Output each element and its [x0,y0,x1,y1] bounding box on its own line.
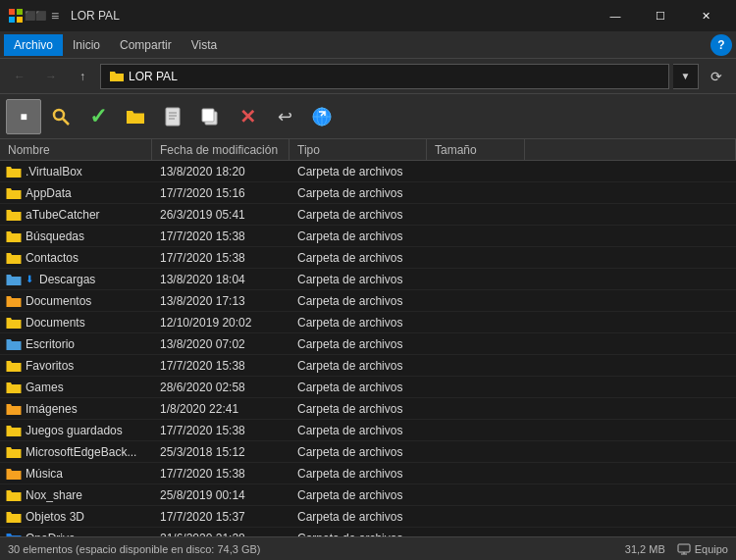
file-row[interactable]: Documents 12/10/2019 20:02 Carpeta de ar… [0,312,736,333]
file-list[interactable]: .VirtualBox 13/8/2020 18:20 Carpeta de a… [0,161,736,536]
menu-item-compartir[interactable]: Compartir [110,34,182,56]
file-date: 17/7/2020 15:37 [152,510,289,524]
file-row[interactable]: Música 17/7/2020 15:38 Carpeta de archiv… [0,463,736,484]
file-name: Nox_share [0,488,152,502]
status-bar: 30 elementos (espacio disponible en disc… [0,536,736,560]
file-row[interactable]: AppData 17/7/2020 15:16 Carpeta de archi… [0,182,736,204]
address-dropdown[interactable]: ▼ [673,64,699,89]
toolbar: ■ ✓ ✕ ↩ [0,94,736,139]
folder-item-icon [6,381,22,394]
file-row[interactable]: Games 28/6/2020 02:58 Carpeta de archivo… [0,377,736,398]
minimize-button[interactable]: — [593,0,638,31]
svg-rect-11 [202,109,214,122]
menu-icon: ≡ [47,8,63,24]
svg-rect-1 [17,9,23,15]
file-date: 1/8/2020 22:41 [152,402,289,416]
folder-tool-button[interactable] [118,99,153,134]
menu-item-archivo[interactable]: Archivo [4,34,63,56]
windows-logo-icon [8,8,24,24]
file-name: Música [0,467,152,481]
file-row[interactable]: Favoritos 17/7/2020 15:38 Carpeta de arc… [0,355,736,377]
check-tool-button[interactable]: ✓ [80,99,116,134]
help-button[interactable]: ? [710,34,732,56]
file-name: Contactos [0,251,152,265]
back-button[interactable]: ← [6,63,33,90]
undo-tool-button[interactable]: ↩ [267,99,302,134]
file-area: Nombre Fecha de modificación Tipo Tamaño… [0,139,736,536]
file-row[interactable]: Juegos guardados 17/7/2020 15:38 Carpeta… [0,420,736,441]
folder-item-icon [6,402,22,416]
document-icon [165,107,181,127]
folder-path-icon [109,69,125,84]
file-row[interactable]: Búsquedas 17/7/2020 15:38 Carpeta de arc… [0,226,736,247]
address-bar: ← → ↑ LOR PAL ▼ ⟳ [0,59,736,94]
folder-item-icon [6,337,22,351]
file-type: Carpeta de archivos [289,316,427,330]
computer-icon [677,543,691,555]
file-type: Carpeta de archivos [289,381,427,394]
forward-button[interactable]: → [37,63,65,90]
file-date: 13/8/2020 18:04 [152,273,289,286]
file-row[interactable]: Documentos 13/8/2020 17:13 Carpeta de ar… [0,290,736,312]
file-row[interactable]: Nox_share 25/8/2019 00:14 Carpeta de arc… [0,484,736,506]
file-row[interactable]: .VirtualBox 13/8/2020 18:20 Carpeta de a… [0,161,736,182]
status-right: 31,2 MB Equipo [625,543,728,555]
folder-item-icon [6,229,22,243]
menu-item-vista[interactable]: Vista [182,34,227,56]
column-header-type[interactable]: Tipo [289,139,427,160]
file-row[interactable]: aTubeCatcher 26/3/2019 05:41 Carpeta de … [0,204,736,226]
maximize-button[interactable]: ☐ [638,0,683,31]
up-button[interactable]: ↑ [69,63,96,90]
file-name: .VirtualBox [0,165,152,178]
file-row[interactable]: ⬇Descargas 13/8/2020 18:04 Carpeta de ar… [0,269,736,290]
doc-tool-button[interactable] [155,99,190,134]
globe-tool-button[interactable] [304,99,340,134]
copy-tool-button[interactable] [192,99,228,134]
file-row[interactable]: MicrosoftEdgeBack... 25/3/2018 15:12 Car… [0,441,736,463]
folder-item-icon [6,186,22,200]
folder-icon [126,108,145,126]
file-row[interactable]: Objetos 3D 17/7/2020 15:37 Carpeta de ar… [0,506,736,528]
file-name: aTubeCatcher [0,208,152,222]
column-header-name[interactable]: Nombre [0,139,152,160]
folder-item-icon [6,488,22,502]
file-type: Carpeta de archivos [289,467,427,481]
file-date: 17/7/2020 15:38 [152,251,289,265]
search-tool-button[interactable] [43,99,79,134]
file-type: Carpeta de archivos [289,165,427,178]
file-name: Juegos guardados [0,424,152,437]
computer-label: Equipo [695,543,728,555]
close-button[interactable]: ✕ [683,0,728,31]
file-type: Carpeta de archivos [289,359,427,373]
square-tool-button[interactable]: ■ [6,99,41,134]
file-name: Imágenes [0,402,152,416]
search-icon [51,107,71,127]
menu-item-inicio[interactable]: Inicio [63,34,110,56]
file-type: Carpeta de archivos [289,186,427,200]
column-header-date[interactable]: Fecha de modificación [152,139,289,160]
status-size: 31,2 MB [625,543,665,555]
file-row[interactable]: Imágenes 1/8/2020 22:41 Carpeta de archi… [0,398,736,420]
column-header-size[interactable]: Tamaño [427,139,525,160]
file-row[interactable]: OneDrive 21/6/2020 21:28 Carpeta de arch… [0,528,736,536]
title-bar-icons: ⬛⬛ ≡ [8,8,63,24]
window-title: LOR PAL [71,9,120,23]
file-type: Carpeta de archivos [289,510,427,524]
folder-item-icon [6,510,22,524]
address-path[interactable]: LOR PAL [100,64,669,89]
file-date: 17/7/2020 15:38 [152,424,289,437]
title-bar-controls: — ☐ ✕ [593,0,728,31]
file-row[interactable]: Contactos 17/7/2020 15:38 Carpeta de arc… [0,247,736,269]
file-name: Objetos 3D [0,510,152,524]
svg-rect-6 [166,108,180,126]
file-type: Carpeta de archivos [289,251,427,265]
file-date: 25/3/2018 15:12 [152,445,289,459]
folder-item-icon [6,294,22,308]
delete-tool-button[interactable]: ✕ [230,99,265,134]
refresh-button[interactable]: ⟳ [703,63,730,90]
file-type: Carpeta de archivos [289,488,427,502]
file-type: Carpeta de archivos [289,402,427,416]
folder-item-icon [6,316,22,330]
file-row[interactable]: Escritorio 13/8/2020 07:02 Carpeta de ar… [0,333,736,355]
folder-item-icon [6,467,22,481]
